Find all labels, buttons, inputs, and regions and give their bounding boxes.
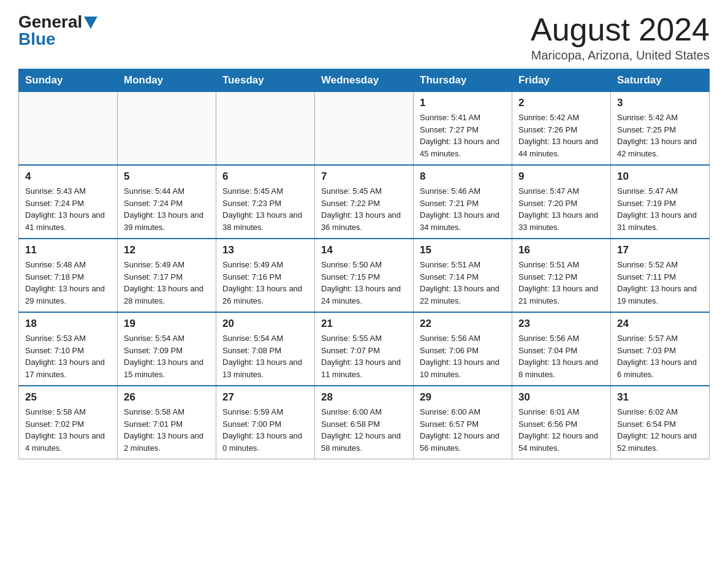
day-info: Sunrise: 5:50 AM Sunset: 7:15 PM Dayligh… bbox=[321, 259, 407, 307]
day-number: 5 bbox=[124, 170, 210, 183]
day-number: 28 bbox=[321, 391, 407, 404]
day-info: Sunrise: 5:46 AM Sunset: 7:21 PM Dayligh… bbox=[420, 185, 506, 233]
day-number: 29 bbox=[420, 391, 506, 404]
calendar-day-cell: 16Sunrise: 5:51 AM Sunset: 7:12 PM Dayli… bbox=[512, 239, 611, 312]
calendar-day-cell: 21Sunrise: 5:55 AM Sunset: 7:07 PM Dayli… bbox=[315, 312, 414, 386]
day-number: 7 bbox=[321, 170, 407, 183]
calendar-day-cell: 14Sunrise: 5:50 AM Sunset: 7:15 PM Dayli… bbox=[315, 239, 414, 312]
calendar-day-cell: 20Sunrise: 5:54 AM Sunset: 7:08 PM Dayli… bbox=[216, 312, 315, 386]
day-number: 16 bbox=[518, 244, 604, 256]
day-number: 9 bbox=[518, 170, 604, 183]
day-info: Sunrise: 5:58 AM Sunset: 7:01 PM Dayligh… bbox=[124, 406, 210, 454]
day-info: Sunrise: 5:43 AM Sunset: 7:24 PM Dayligh… bbox=[25, 185, 111, 233]
day-number: 1 bbox=[420, 97, 506, 109]
calendar-day-cell: 28Sunrise: 6:00 AM Sunset: 6:58 PM Dayli… bbox=[315, 386, 414, 459]
day-info: Sunrise: 5:41 AM Sunset: 7:27 PM Dayligh… bbox=[420, 112, 506, 159]
calendar-table: SundayMondayTuesdayWednesdayThursdayFrid… bbox=[18, 69, 710, 459]
day-info: Sunrise: 5:44 AM Sunset: 7:24 PM Dayligh… bbox=[124, 185, 210, 233]
calendar-day-cell bbox=[216, 92, 315, 166]
day-info: Sunrise: 6:01 AM Sunset: 6:56 PM Dayligh… bbox=[518, 406, 604, 454]
day-info: Sunrise: 5:58 AM Sunset: 7:02 PM Dayligh… bbox=[25, 406, 111, 454]
day-number: 6 bbox=[222, 170, 308, 183]
day-number: 8 bbox=[420, 170, 506, 183]
logo: General Blue bbox=[18, 12, 97, 49]
day-number: 15 bbox=[420, 244, 506, 256]
day-number: 30 bbox=[518, 391, 604, 404]
calendar-day-cell: 13Sunrise: 5:49 AM Sunset: 7:16 PM Dayli… bbox=[216, 239, 315, 312]
day-number: 11 bbox=[25, 244, 111, 256]
day-number: 14 bbox=[321, 244, 407, 256]
day-info: Sunrise: 5:51 AM Sunset: 7:14 PM Dayligh… bbox=[420, 259, 506, 307]
calendar-day-header: Tuesday bbox=[216, 69, 315, 92]
calendar-week-row: 4Sunrise: 5:43 AM Sunset: 7:24 PM Daylig… bbox=[19, 165, 710, 239]
month-title: August 2024 bbox=[531, 12, 710, 47]
calendar-day-header: Monday bbox=[118, 69, 216, 92]
calendar-day-cell: 12Sunrise: 5:49 AM Sunset: 7:17 PM Dayli… bbox=[118, 239, 216, 312]
day-number: 31 bbox=[617, 391, 703, 404]
calendar-day-cell: 29Sunrise: 6:00 AM Sunset: 6:57 PM Dayli… bbox=[414, 386, 512, 459]
logo-blue-text: Blue bbox=[18, 29, 56, 49]
calendar-day-cell: 10Sunrise: 5:47 AM Sunset: 7:19 PM Dayli… bbox=[611, 165, 710, 239]
calendar-day-cell: 19Sunrise: 5:54 AM Sunset: 7:09 PM Dayli… bbox=[118, 312, 216, 386]
day-number: 20 bbox=[222, 318, 308, 330]
location-text: Maricopa, Arizona, United States bbox=[531, 48, 710, 63]
day-info: Sunrise: 5:57 AM Sunset: 7:03 PM Dayligh… bbox=[617, 332, 703, 380]
day-info: Sunrise: 6:00 AM Sunset: 6:57 PM Dayligh… bbox=[420, 406, 506, 454]
calendar-day-cell: 18Sunrise: 5:53 AM Sunset: 7:10 PM Dayli… bbox=[19, 312, 118, 386]
calendar-week-row: 11Sunrise: 5:48 AM Sunset: 7:18 PM Dayli… bbox=[19, 239, 710, 312]
calendar-day-cell bbox=[315, 92, 414, 166]
day-info: Sunrise: 5:52 AM Sunset: 7:11 PM Dayligh… bbox=[617, 259, 703, 307]
day-info: Sunrise: 5:42 AM Sunset: 7:26 PM Dayligh… bbox=[518, 112, 604, 159]
calendar-day-cell: 4Sunrise: 5:43 AM Sunset: 7:24 PM Daylig… bbox=[19, 165, 118, 239]
svg-marker-0 bbox=[84, 17, 97, 29]
calendar-day-cell: 1Sunrise: 5:41 AM Sunset: 7:27 PM Daylig… bbox=[414, 92, 512, 166]
calendar-day-header: Wednesday bbox=[315, 69, 414, 92]
day-number: 22 bbox=[420, 318, 506, 330]
calendar-day-cell: 15Sunrise: 5:51 AM Sunset: 7:14 PM Dayli… bbox=[414, 239, 512, 312]
day-number: 2 bbox=[518, 97, 604, 109]
day-number: 26 bbox=[124, 391, 210, 404]
day-number: 3 bbox=[617, 97, 703, 109]
day-number: 10 bbox=[617, 170, 703, 183]
calendar-day-cell: 24Sunrise: 5:57 AM Sunset: 7:03 PM Dayli… bbox=[611, 312, 710, 386]
calendar-day-cell: 31Sunrise: 6:02 AM Sunset: 6:54 PM Dayli… bbox=[611, 386, 710, 459]
calendar-day-cell bbox=[19, 92, 118, 166]
day-info: Sunrise: 5:59 AM Sunset: 7:00 PM Dayligh… bbox=[222, 406, 308, 454]
calendar-day-header: Friday bbox=[512, 69, 611, 92]
day-info: Sunrise: 5:55 AM Sunset: 7:07 PM Dayligh… bbox=[321, 332, 407, 380]
day-number: 17 bbox=[617, 244, 703, 256]
calendar-day-cell: 30Sunrise: 6:01 AM Sunset: 6:56 PM Dayli… bbox=[512, 386, 611, 459]
calendar-day-cell: 25Sunrise: 5:58 AM Sunset: 7:02 PM Dayli… bbox=[19, 386, 118, 459]
day-info: Sunrise: 5:48 AM Sunset: 7:18 PM Dayligh… bbox=[25, 259, 111, 307]
day-info: Sunrise: 5:42 AM Sunset: 7:25 PM Dayligh… bbox=[617, 112, 703, 159]
day-number: 19 bbox=[124, 318, 210, 330]
day-info: Sunrise: 5:47 AM Sunset: 7:20 PM Dayligh… bbox=[518, 185, 604, 233]
calendar-day-cell: 9Sunrise: 5:47 AM Sunset: 7:20 PM Daylig… bbox=[512, 165, 611, 239]
day-info: Sunrise: 6:00 AM Sunset: 6:58 PM Dayligh… bbox=[321, 406, 407, 454]
calendar-day-cell: 5Sunrise: 5:44 AM Sunset: 7:24 PM Daylig… bbox=[118, 165, 216, 239]
logo-arrow-icon bbox=[84, 17, 97, 29]
calendar-day-cell: 17Sunrise: 5:52 AM Sunset: 7:11 PM Dayli… bbox=[611, 239, 710, 312]
calendar-day-cell: 8Sunrise: 5:46 AM Sunset: 7:21 PM Daylig… bbox=[414, 165, 512, 239]
calendar-day-header: Sunday bbox=[19, 69, 118, 92]
day-number: 4 bbox=[25, 170, 111, 183]
calendar-day-cell: 26Sunrise: 5:58 AM Sunset: 7:01 PM Dayli… bbox=[118, 386, 216, 459]
calendar-week-row: 1Sunrise: 5:41 AM Sunset: 7:27 PM Daylig… bbox=[19, 92, 710, 166]
day-info: Sunrise: 5:47 AM Sunset: 7:19 PM Dayligh… bbox=[617, 185, 703, 233]
day-number: 25 bbox=[25, 391, 111, 404]
calendar-day-cell: 11Sunrise: 5:48 AM Sunset: 7:18 PM Dayli… bbox=[19, 239, 118, 312]
day-number: 23 bbox=[518, 318, 604, 330]
title-section: August 2024 Maricopa, Arizona, United St… bbox=[531, 12, 710, 63]
day-number: 24 bbox=[617, 318, 703, 330]
calendar-day-cell: 27Sunrise: 5:59 AM Sunset: 7:00 PM Dayli… bbox=[216, 386, 315, 459]
calendar-day-cell bbox=[118, 92, 216, 166]
calendar-week-row: 25Sunrise: 5:58 AM Sunset: 7:02 PM Dayli… bbox=[19, 386, 710, 459]
day-info: Sunrise: 6:02 AM Sunset: 6:54 PM Dayligh… bbox=[617, 406, 703, 454]
day-info: Sunrise: 5:45 AM Sunset: 7:23 PM Dayligh… bbox=[222, 185, 308, 233]
day-number: 27 bbox=[222, 391, 308, 404]
calendar-day-cell: 23Sunrise: 5:56 AM Sunset: 7:04 PM Dayli… bbox=[512, 312, 611, 386]
day-info: Sunrise: 5:54 AM Sunset: 7:08 PM Dayligh… bbox=[222, 332, 308, 380]
day-number: 12 bbox=[124, 244, 210, 256]
day-info: Sunrise: 5:49 AM Sunset: 7:17 PM Dayligh… bbox=[124, 259, 210, 307]
day-info: Sunrise: 5:51 AM Sunset: 7:12 PM Dayligh… bbox=[518, 259, 604, 307]
